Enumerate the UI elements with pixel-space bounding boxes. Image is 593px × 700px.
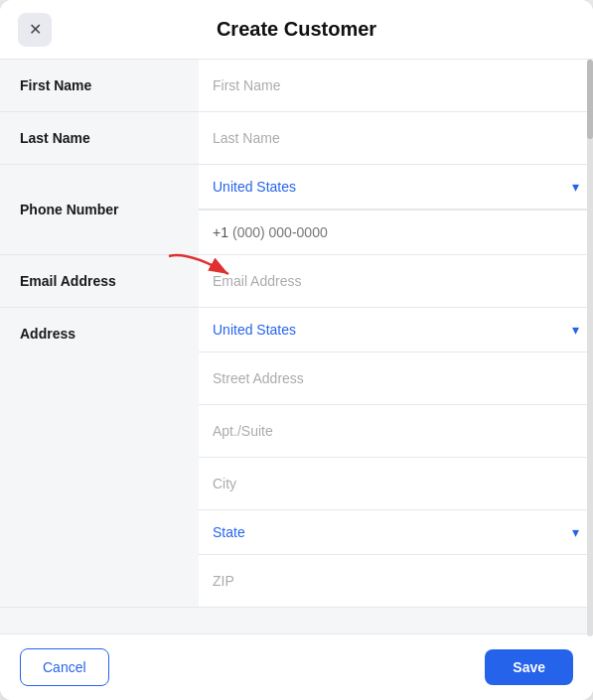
last-name-input[interactable] — [199, 112, 593, 164]
modal-header: ✕ Create Customer — [0, 0, 593, 60]
first-name-row: First Name — [0, 60, 593, 112]
email-address-label: Email Address — [0, 255, 199, 308]
email-address-field — [199, 255, 593, 308]
save-button[interactable]: Save — [485, 649, 573, 685]
modal-footer: Cancel Save — [0, 633, 593, 700]
address-chevron-icon: ▾ — [572, 322, 579, 338]
address-label: Address — [0, 308, 199, 608]
state-dropdown[interactable]: State ▾ — [199, 510, 593, 555]
phone-prefix: +1 — [213, 224, 228, 240]
close-button[interactable]: ✕ — [18, 13, 52, 47]
state-value: State — [213, 524, 572, 540]
apt-suite-input[interactable] — [199, 405, 593, 457]
city-input[interactable] — [199, 458, 593, 509]
phone-prefix-row: +1 — [199, 210, 593, 254]
phone-chevron-icon: ▾ — [572, 179, 579, 195]
close-icon: ✕ — [29, 20, 42, 39]
last-name-field — [199, 112, 593, 165]
first-name-input[interactable] — [199, 60, 593, 111]
first-name-field — [199, 60, 593, 112]
first-name-label: First Name — [0, 60, 199, 112]
last-name-row: Last Name — [0, 112, 593, 165]
create-customer-modal: ✕ Create Customer First Name Last Name — [0, 0, 593, 700]
phone-country-dropdown[interactable]: United States ▾ — [199, 165, 593, 210]
address-country-dropdown[interactable]: United States ▾ — [199, 308, 593, 352]
modal-body: First Name Last Name Phone Number United… — [0, 60, 593, 633]
phone-number-row: Phone Number United States ▾ +1 — [0, 165, 593, 255]
modal-title: Create Customer — [217, 18, 376, 41]
last-name-label: Last Name — [0, 112, 199, 165]
scrollbar-thumb[interactable] — [587, 60, 593, 139]
address-row: Address United States ▾ — [0, 308, 593, 608]
zip-input[interactable] — [199, 555, 593, 607]
phone-country-value: United States — [213, 179, 572, 195]
email-input[interactable] — [199, 255, 593, 307]
street-address-input[interactable] — [199, 352, 593, 404]
address-field: United States ▾ — [199, 308, 593, 608]
zip-row — [199, 555, 593, 607]
state-chevron-icon: ▾ — [572, 524, 579, 540]
street-address-row — [199, 352, 593, 405]
scrollbar-track — [587, 60, 593, 636]
email-address-row: Email Address — [0, 255, 593, 308]
phone-input[interactable] — [232, 224, 579, 240]
city-row — [199, 458, 593, 510]
address-country-value: United States — [213, 322, 572, 338]
form-table: First Name Last Name Phone Number United… — [0, 60, 593, 608]
cancel-button[interactable]: Cancel — [20, 648, 109, 686]
apt-suite-row — [199, 405, 593, 458]
phone-number-field: United States ▾ +1 — [199, 165, 593, 255]
phone-number-label: Phone Number — [0, 165, 199, 255]
